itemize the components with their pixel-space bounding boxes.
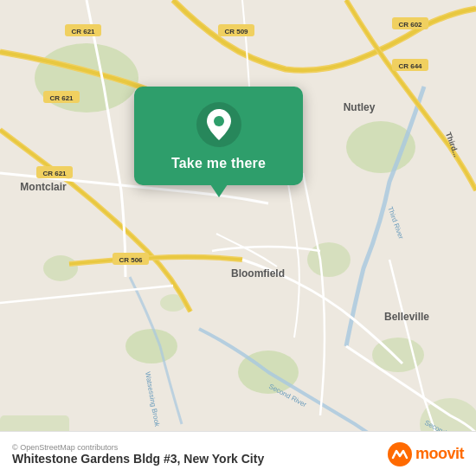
svg-text:CR 621: CR 621 xyxy=(49,94,74,102)
svg-text:CR 506: CR 506 xyxy=(119,256,143,264)
svg-point-5 xyxy=(307,242,351,277)
svg-text:CR 602: CR 602 xyxy=(398,21,422,29)
map-container: CR 621 CR 621 CR 621 CR 509 CR 602 CR 64… xyxy=(0,0,476,476)
moovit-logo: moovit xyxy=(388,442,464,466)
svg-text:Bloomfield: Bloomfield xyxy=(231,267,285,280)
svg-text:CR 509: CR 509 xyxy=(224,28,248,35)
svg-text:CR 644: CR 644 xyxy=(398,62,422,70)
svg-text:CR 621: CR 621 xyxy=(71,28,95,35)
attribution-text: © OpenStreetMap contributors xyxy=(12,443,264,452)
svg-text:CR 621: CR 621 xyxy=(42,170,67,177)
svg-text:Montclair: Montclair xyxy=(20,181,67,193)
location-pin-icon xyxy=(196,102,241,147)
navigation-popup[interactable]: Take me there xyxy=(134,87,303,185)
svg-text:Belleville: Belleville xyxy=(384,311,429,323)
location-name: Whitestone Gardens Bldg #3, New York Cit… xyxy=(12,452,264,466)
svg-point-4 xyxy=(125,329,177,363)
svg-text:Nutley: Nutley xyxy=(344,101,376,113)
bottom-left: © OpenStreetMap contributors Whitestone … xyxy=(12,443,264,466)
moovit-label: moovit xyxy=(415,445,464,463)
svg-point-6 xyxy=(43,255,78,281)
popup-label: Take me there xyxy=(171,156,266,171)
svg-point-35 xyxy=(214,116,224,126)
moovit-brand-icon xyxy=(388,442,412,466)
bottom-bar: © OpenStreetMap contributors Whitestone … xyxy=(0,431,476,476)
map-svg: CR 621 CR 621 CR 621 CR 509 CR 602 CR 64… xyxy=(0,0,476,476)
